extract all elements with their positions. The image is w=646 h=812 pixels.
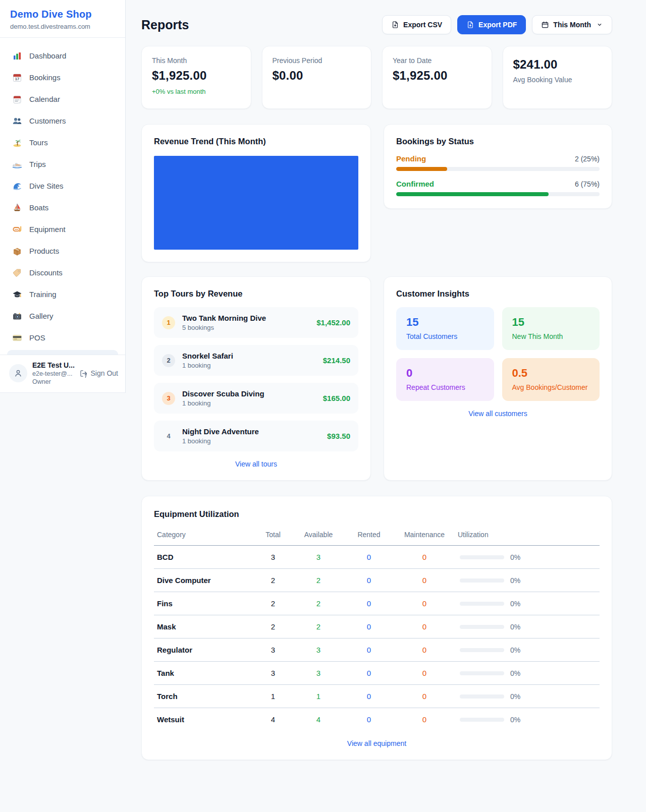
sign-out-button[interactable]: Sign Out bbox=[79, 369, 118, 378]
equipment-maintenance: 0 bbox=[394, 546, 455, 569]
top-tours-title: Top Tours by Revenue bbox=[154, 289, 358, 299]
utilization-percent: 0% bbox=[510, 553, 520, 561]
status-count: 2 (25%) bbox=[575, 155, 600, 163]
equipment-maintenance: 0 bbox=[394, 662, 455, 685]
period-dropdown[interactable]: This Month bbox=[532, 15, 612, 34]
main-content: Reports Export CSV Export PDF This Month… bbox=[126, 0, 646, 790]
calendar-icon bbox=[541, 21, 549, 29]
sidebar-nav: Dashboard 17 Bookings Calendar Customers… bbox=[0, 38, 125, 349]
view-all-equipment-link[interactable]: View all equipment bbox=[154, 739, 600, 747]
sidebar-item-dashboard[interactable]: Dashboard bbox=[0, 45, 125, 67]
export-csv-button[interactable]: Export CSV bbox=[382, 15, 451, 34]
stat-value: $0.00 bbox=[273, 69, 361, 83]
equipment-total: 2 bbox=[253, 569, 293, 592]
tour-name: Discover Scuba Diving bbox=[182, 389, 264, 398]
utilization-percent: 0% bbox=[510, 646, 520, 654]
view-all-customers-link[interactable]: View all customers bbox=[396, 410, 600, 418]
equipment-available: 2 bbox=[293, 615, 344, 639]
equipment-available: 3 bbox=[293, 546, 344, 569]
utilization-percent: 0% bbox=[510, 600, 520, 608]
sidebar-item-trips[interactable]: Trips bbox=[0, 153, 125, 175]
shop-domain: demo.test.divestreams.com bbox=[10, 23, 115, 30]
equipment-total: 3 bbox=[253, 546, 293, 569]
insight-value: 0 bbox=[406, 367, 484, 380]
utilization-bar bbox=[460, 671, 504, 675]
equipment-rented: 0 bbox=[344, 639, 394, 662]
sidebar-item-tours[interactable]: Tours bbox=[0, 132, 125, 153]
stat-card-previous-period: Previous Period $0.00 bbox=[262, 46, 372, 109]
sailboat-icon bbox=[12, 203, 22, 213]
sidebar-item-dive-sites[interactable]: Dive Sites bbox=[0, 175, 125, 197]
insights-grid: 15 Total Customers 15 New This Month 0 R… bbox=[396, 307, 600, 401]
top-tours-card: Top Tours by Revenue 1 Two Tank Morning … bbox=[141, 276, 371, 481]
equipment-available: 2 bbox=[293, 569, 344, 592]
insight-tile-new-this-month: 15 New This Month bbox=[502, 307, 600, 350]
export-pdf-button[interactable]: Export PDF bbox=[457, 15, 526, 34]
utilization-bar bbox=[460, 602, 504, 606]
credit-card-icon bbox=[12, 333, 22, 343]
insight-label: Avg Bookings/Customer bbox=[512, 383, 590, 391]
status-rows: Pending 2 (25%) Confirmed 6 (75%) bbox=[396, 154, 600, 196]
equipment-table: CategoryTotalAvailableRentedMaintenanceU… bbox=[154, 527, 600, 731]
equipment-table-header: CategoryTotalAvailableRentedMaintenanceU… bbox=[154, 527, 600, 546]
status-progress-bar bbox=[396, 192, 600, 196]
view-all-tours-link[interactable]: View all tours bbox=[154, 460, 358, 468]
equipment-rented: 0 bbox=[344, 685, 394, 708]
column-header-utilization: Utilization bbox=[455, 527, 600, 546]
speedboat-icon bbox=[12, 159, 22, 169]
file-download-icon bbox=[391, 21, 399, 29]
wave-icon bbox=[12, 181, 22, 191]
tour-row-two-tank-morning-dive: 1 Two Tank Morning Dive 5 bookings $1,45… bbox=[154, 307, 358, 338]
bar-chart-icon bbox=[12, 51, 22, 61]
tour-name: Snorkel Safari bbox=[182, 352, 233, 360]
tour-name: Two Tank Morning Dive bbox=[182, 314, 266, 322]
equipment-utilization-card: Equipment Utilization CategoryTotalAvail… bbox=[141, 496, 612, 760]
sidebar-item-customers[interactable]: Customers bbox=[0, 110, 125, 132]
tour-row-snorkel-safari: 2 Snorkel Safari 1 booking $214.50 bbox=[154, 345, 358, 376]
utilization-bar bbox=[460, 694, 504, 699]
equipment-maintenance: 0 bbox=[394, 685, 455, 708]
utilization-bar bbox=[460, 718, 504, 722]
svg-text:17: 17 bbox=[15, 77, 19, 81]
page-header: Reports Export CSV Export PDF This Month bbox=[141, 15, 612, 34]
sidebar-item-pos[interactable]: POS bbox=[0, 327, 125, 349]
utilization-percent: 0% bbox=[510, 576, 520, 585]
sidebar-item-training[interactable]: Training bbox=[0, 283, 125, 305]
tour-bookings: 1 booking bbox=[182, 362, 233, 369]
rank-badge: 4 bbox=[162, 430, 175, 443]
app-layout: Demo Dive Shop demo.test.divestreams.com… bbox=[0, 0, 646, 790]
stat-label: This Month bbox=[152, 56, 241, 65]
rank-badge: 1 bbox=[162, 316, 175, 329]
insight-value: 15 bbox=[406, 316, 484, 329]
equipment-row-bcd: BCD 3 3 0 0 0% bbox=[154, 546, 600, 569]
active-nav-item-partial[interactable] bbox=[7, 350, 118, 355]
tour-revenue: $214.50 bbox=[323, 356, 350, 365]
equipment-available: 3 bbox=[293, 639, 344, 662]
customer-insights-card: Customer Insights 15 Total Customers 15 … bbox=[384, 276, 612, 481]
equipment-category: Fins bbox=[154, 592, 253, 615]
sidebar-item-products[interactable]: Products bbox=[0, 240, 125, 262]
equipment-category: Dive Computer bbox=[154, 569, 253, 592]
stat-label: Avg Booking Value bbox=[513, 76, 602, 84]
sidebar-item-equipment[interactable]: Equipment bbox=[0, 218, 125, 240]
stats-row: This Month $1,925.00 +0% vs last month P… bbox=[141, 46, 612, 109]
customer-insights-title: Customer Insights bbox=[396, 289, 600, 299]
sidebar-item-boats[interactable]: Boats bbox=[0, 197, 125, 218]
user-name: E2E Test U... bbox=[32, 361, 74, 369]
equipment-rented: 0 bbox=[344, 592, 394, 615]
equipment-available: 3 bbox=[293, 662, 344, 685]
sidebar-item-gallery[interactable]: Gallery bbox=[0, 305, 125, 327]
sidebar-item-calendar[interactable]: Calendar bbox=[0, 88, 125, 110]
chevron-down-icon bbox=[596, 21, 603, 28]
graduation-cap-icon bbox=[12, 289, 22, 300]
insight-label: Repeat Customers bbox=[406, 383, 484, 391]
utilization-bar bbox=[460, 555, 504, 559]
stat-label: Year to Date bbox=[393, 56, 481, 65]
sidebar-item-discounts[interactable]: Discounts bbox=[0, 262, 125, 283]
equipment-maintenance: 0 bbox=[394, 615, 455, 639]
equipment-row-mask: Mask 2 2 0 0 0% bbox=[154, 615, 600, 639]
equipment-category: Tank bbox=[154, 662, 253, 685]
equipment-available: 1 bbox=[293, 685, 344, 708]
utilization-percent: 0% bbox=[510, 716, 520, 724]
sidebar-item-bookings[interactable]: 17 Bookings bbox=[0, 67, 125, 88]
